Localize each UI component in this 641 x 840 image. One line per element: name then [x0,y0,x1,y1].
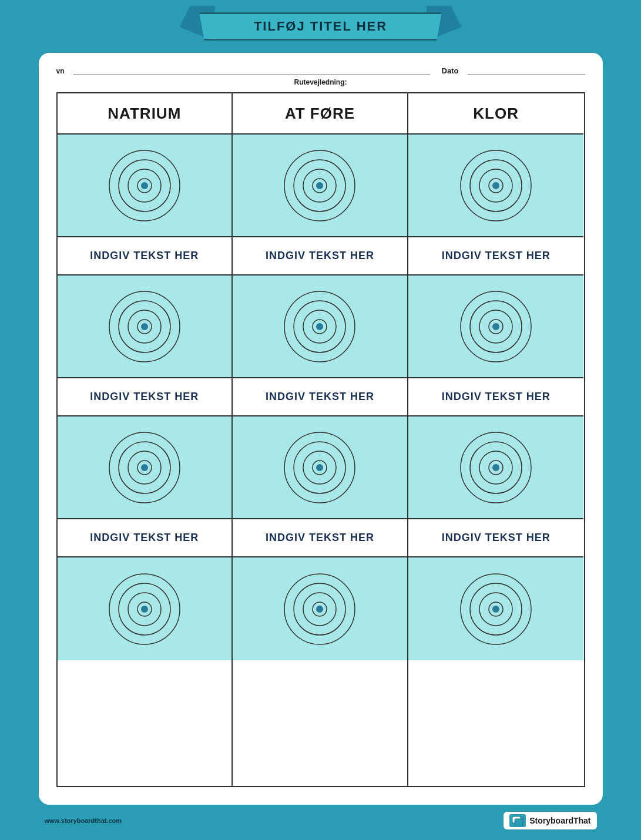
svg-rect-61 [515,819,523,825]
col3-text-1[interactable]: INDGIV TEKST HER [408,237,584,275]
svg-point-19 [141,606,148,613]
col3-header: KLOR [408,93,584,135]
banner-main: TILFØJ TITEL HER [194,12,447,41]
svg-point-44 [492,182,499,189]
route-label: Rutevejledning: [56,78,585,86]
svg-point-24 [316,182,323,189]
col1-header: NATRIUM [58,93,232,135]
atom-diagram-3-2 [455,285,537,368]
col3-circle-4 [408,557,584,660]
col1-circle-2 [58,275,232,378]
col3-text-3[interactable]: INDGIV TEKST HER [408,519,584,557]
atom-diagram-2-2 [278,285,361,368]
col2-text-3[interactable]: INDGIV TEKST HER [233,519,407,557]
col3-title: KLOR [473,105,519,123]
col1-text-3[interactable]: INDGIV TEKST HER [58,519,232,557]
footer-logo-text: StoryboardThat [529,816,590,825]
white-card: vn Dato Rutevejledning: NATRIUM [39,53,603,805]
col2-text-2[interactable]: INDGIV TEKST HER [233,378,407,416]
col2-text-2-label: INDGIV TEKST HER [266,391,374,403]
banner-title: TILFØJ TITEL HER [254,19,387,34]
atom-diagram-2-3 [278,426,361,509]
col2-text-1-label: INDGIV TEKST HER [266,250,374,262]
col3-text-2[interactable]: INDGIV TEKST HER [408,378,584,416]
col3-text-3-label: INDGIV TEKST HER [442,532,551,544]
col3-text-2-label: INDGIV TEKST HER [442,391,551,403]
name-underline [73,65,430,75]
atom-diagram-1-1 [103,145,186,227]
header-row: vn Dato [56,65,585,75]
name-label: vn [56,67,65,75]
atom-diagram-2-4 [278,568,361,650]
column-klor: KLOR INDGIV TEKST HER [408,93,584,786]
col3-circle-3 [408,416,584,519]
main-grid: NATRIUM INDGIV TEKST HER [56,92,585,787]
col1-circle-4 [58,557,232,660]
footer-logo: StoryboardThat [504,812,596,829]
dato-underline [468,65,585,75]
col1-circle-1 [58,135,232,237]
col1-text-2-label: INDGIV TEKST HER [90,391,199,403]
col2-circle-4 [233,557,407,660]
page-wrapper: TILFØJ TITEL HER vn Dato Rutevejledning:… [27,0,615,840]
col3-text-1-label: INDGIV TEKST HER [442,250,551,262]
col1-title: NATRIUM [108,105,181,123]
svg-point-59 [492,606,499,613]
col1-text-3-label: INDGIV TEKST HER [90,532,199,544]
svg-point-4 [141,182,148,189]
column-atfore: AT FØRE INDGIV TEKST HER [233,93,408,786]
dato-label: Dato [442,66,459,75]
col1-text-2[interactable]: INDGIV TEKST HER [58,378,232,416]
svg-point-9 [141,323,148,330]
svg-point-49 [492,323,499,330]
footer: www.storyboardthat.com StoryboardThat [39,812,603,829]
col2-circle-2 [233,275,407,378]
col3-circle-1 [408,135,584,237]
col2-text-1[interactable]: INDGIV TEKST HER [233,237,407,275]
storyboard-icon [509,814,526,827]
atom-diagram-3-3 [455,426,537,509]
col2-circle-1 [233,135,407,237]
col1-text-1-label: INDGIV TEKST HER [90,250,199,262]
col2-text-3-label: INDGIV TEKST HER [266,532,374,544]
atom-diagram-1-3 [103,426,186,509]
atom-diagram-3-4 [455,568,537,650]
col2-circle-3 [233,416,407,519]
svg-point-54 [492,464,499,471]
col3-circle-2 [408,275,584,378]
atom-diagram-2-1 [278,145,361,227]
svg-point-34 [316,464,323,471]
atom-diagram-1-2 [103,285,186,368]
atom-diagram-1-4 [103,568,186,650]
footer-url: www.storyboardthat.com [45,817,122,824]
storyboard-logo-svg [512,816,523,825]
col1-circle-3 [58,416,232,519]
svg-point-14 [141,464,148,471]
svg-point-29 [316,323,323,330]
atom-diagram-3-1 [455,145,537,227]
banner-container: TILFØJ TITEL HER [192,6,450,47]
column-natrium: NATRIUM INDGIV TEKST HER [58,93,233,786]
col2-title: AT FØRE [285,105,355,123]
col1-text-1[interactable]: INDGIV TEKST HER [58,237,232,275]
svg-point-39 [316,606,323,613]
col2-header: AT FØRE [233,93,407,135]
